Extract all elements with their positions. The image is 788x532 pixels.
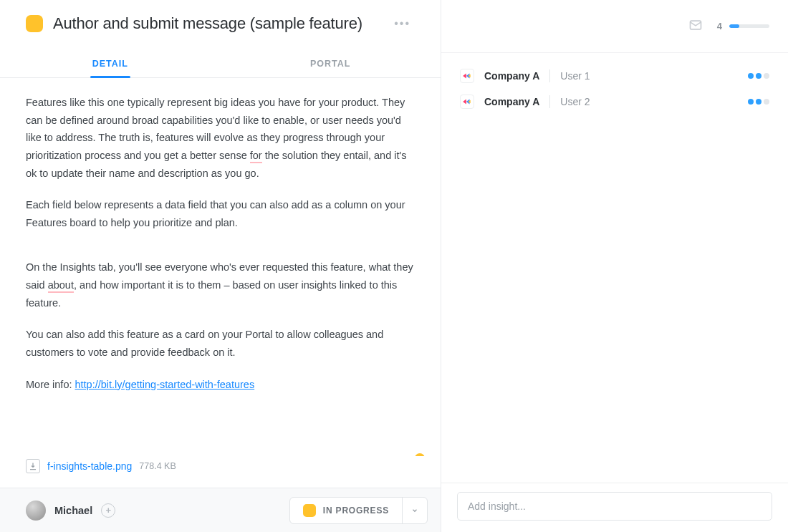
more-menu[interactable]: ••• bbox=[390, 14, 415, 33]
spellcheck-word: about bbox=[48, 279, 74, 293]
download-icon[interactable] bbox=[26, 459, 40, 473]
company-name: Company A bbox=[484, 70, 539, 82]
tabs: DETAIL PORTAL bbox=[0, 49, 441, 78]
status-color-icon bbox=[303, 504, 316, 517]
insights-list: Company A User 1 Company A User 2 bbox=[441, 53, 788, 483]
tab-portal[interactable]: PORTAL bbox=[221, 49, 441, 77]
envelope-icon[interactable] bbox=[688, 18, 703, 35]
add-insight-input[interactable] bbox=[457, 492, 772, 521]
progress-bar bbox=[729, 24, 769, 28]
attachment-size: 778.4 KB bbox=[139, 461, 176, 471]
company-name: Company A bbox=[484, 96, 539, 107]
desc-p2: Each field below represents a data field… bbox=[26, 196, 415, 231]
tab-detail[interactable]: DETAIL bbox=[0, 49, 221, 77]
desc-p5-prefix: More info: bbox=[26, 379, 75, 390]
insight-count: 4 bbox=[717, 21, 722, 32]
chevron-down-icon[interactable] bbox=[402, 498, 427, 523]
insight-row[interactable]: Company A User 1 bbox=[456, 63, 774, 89]
status-label: IN PROGRESS bbox=[323, 506, 389, 516]
plus-icon: + bbox=[415, 453, 425, 456]
importance-dots[interactable] bbox=[748, 99, 769, 105]
company-logo-icon bbox=[460, 69, 474, 83]
add-assignee-button[interactable]: + bbox=[101, 503, 115, 518]
user-name: User 2 bbox=[560, 96, 590, 107]
feature-title[interactable]: Author and submit message (sample featur… bbox=[53, 14, 390, 33]
feature-color-chip bbox=[26, 15, 43, 32]
user-name: User 1 bbox=[560, 70, 590, 82]
spellcheck-word: for bbox=[250, 150, 262, 163]
status-button[interactable]: IN PROGRESS bbox=[289, 497, 428, 524]
desc-p4: You can also add this feature as a card … bbox=[26, 326, 415, 361]
attachment-name[interactable]: f-insights-table.png bbox=[47, 460, 132, 472]
desc-p3b: , and how important it is to them – base… bbox=[26, 279, 397, 309]
more-info-link[interactable]: http://bit.ly/getting-started-with-featu… bbox=[75, 379, 255, 390]
importance-dots[interactable] bbox=[748, 73, 769, 79]
insight-row[interactable]: Company A User 2 bbox=[456, 89, 774, 115]
assignee-name: Michael bbox=[54, 505, 92, 516]
description-body[interactable]: Features like this one typically represe… bbox=[0, 78, 441, 456]
avatar[interactable] bbox=[26, 500, 46, 521]
company-logo-icon bbox=[460, 95, 474, 109]
